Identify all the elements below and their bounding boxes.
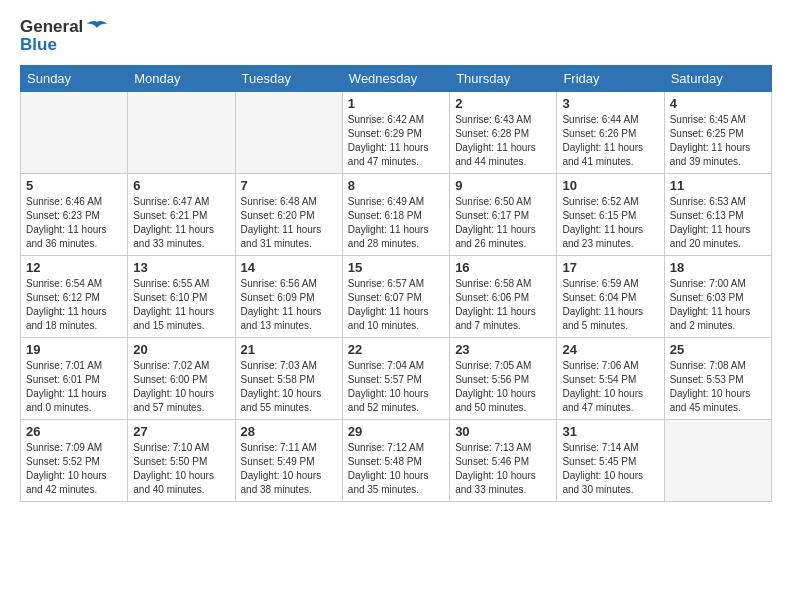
day-number: 20 <box>133 342 229 357</box>
day-number: 14 <box>241 260 337 275</box>
calendar-cell: 20Sunrise: 7:02 AM Sunset: 6:00 PM Dayli… <box>128 337 235 419</box>
day-number: 7 <box>241 178 337 193</box>
day-number: 27 <box>133 424 229 439</box>
calendar-cell: 10Sunrise: 6:52 AM Sunset: 6:15 PM Dayli… <box>557 173 664 255</box>
day-number: 1 <box>348 96 444 111</box>
calendar-cell: 2Sunrise: 6:43 AM Sunset: 6:28 PM Daylig… <box>450 91 557 173</box>
weekday-header-tuesday: Tuesday <box>235 65 342 91</box>
day-info: Sunrise: 7:03 AM Sunset: 5:58 PM Dayligh… <box>241 359 337 415</box>
day-info: Sunrise: 7:01 AM Sunset: 6:01 PM Dayligh… <box>26 359 122 415</box>
calendar-cell: 23Sunrise: 7:05 AM Sunset: 5:56 PM Dayli… <box>450 337 557 419</box>
day-info: Sunrise: 7:12 AM Sunset: 5:48 PM Dayligh… <box>348 441 444 497</box>
weekday-header-saturday: Saturday <box>664 65 771 91</box>
day-info: Sunrise: 6:42 AM Sunset: 6:29 PM Dayligh… <box>348 113 444 169</box>
weekday-header-friday: Friday <box>557 65 664 91</box>
day-number: 19 <box>26 342 122 357</box>
day-info: Sunrise: 6:47 AM Sunset: 6:21 PM Dayligh… <box>133 195 229 251</box>
day-info: Sunrise: 7:04 AM Sunset: 5:57 PM Dayligh… <box>348 359 444 415</box>
calendar-cell: 7Sunrise: 6:48 AM Sunset: 6:20 PM Daylig… <box>235 173 342 255</box>
calendar-cell: 31Sunrise: 7:14 AM Sunset: 5:45 PM Dayli… <box>557 419 664 501</box>
day-number: 12 <box>26 260 122 275</box>
day-number: 23 <box>455 342 551 357</box>
day-number: 8 <box>348 178 444 193</box>
day-number: 30 <box>455 424 551 439</box>
calendar-cell: 18Sunrise: 7:00 AM Sunset: 6:03 PM Dayli… <box>664 255 771 337</box>
day-number: 28 <box>241 424 337 439</box>
calendar-cell: 16Sunrise: 6:58 AM Sunset: 6:06 PM Dayli… <box>450 255 557 337</box>
day-info: Sunrise: 6:53 AM Sunset: 6:13 PM Dayligh… <box>670 195 766 251</box>
calendar-cell: 8Sunrise: 6:49 AM Sunset: 6:18 PM Daylig… <box>342 173 449 255</box>
calendar-cell: 26Sunrise: 7:09 AM Sunset: 5:52 PM Dayli… <box>21 419 128 501</box>
calendar-cell: 12Sunrise: 6:54 AM Sunset: 6:12 PM Dayli… <box>21 255 128 337</box>
day-number: 3 <box>562 96 658 111</box>
weekday-header-monday: Monday <box>128 65 235 91</box>
week-row-1: 1Sunrise: 6:42 AM Sunset: 6:29 PM Daylig… <box>21 91 772 173</box>
day-number: 26 <box>26 424 122 439</box>
logo: General Blue <box>20 18 107 55</box>
day-info: Sunrise: 7:08 AM Sunset: 5:53 PM Dayligh… <box>670 359 766 415</box>
day-info: Sunrise: 6:50 AM Sunset: 6:17 PM Dayligh… <box>455 195 551 251</box>
calendar-cell: 24Sunrise: 7:06 AM Sunset: 5:54 PM Dayli… <box>557 337 664 419</box>
day-info: Sunrise: 7:11 AM Sunset: 5:49 PM Dayligh… <box>241 441 337 497</box>
day-info: Sunrise: 7:02 AM Sunset: 6:00 PM Dayligh… <box>133 359 229 415</box>
day-number: 5 <box>26 178 122 193</box>
weekday-header-row: SundayMondayTuesdayWednesdayThursdayFrid… <box>21 65 772 91</box>
calendar-cell: 19Sunrise: 7:01 AM Sunset: 6:01 PM Dayli… <box>21 337 128 419</box>
day-info: Sunrise: 6:52 AM Sunset: 6:15 PM Dayligh… <box>562 195 658 251</box>
day-info: Sunrise: 7:14 AM Sunset: 5:45 PM Dayligh… <box>562 441 658 497</box>
calendar-cell: 11Sunrise: 6:53 AM Sunset: 6:13 PM Dayli… <box>664 173 771 255</box>
calendar-cell: 9Sunrise: 6:50 AM Sunset: 6:17 PM Daylig… <box>450 173 557 255</box>
day-number: 21 <box>241 342 337 357</box>
day-number: 17 <box>562 260 658 275</box>
calendar-cell <box>21 91 128 173</box>
week-row-5: 26Sunrise: 7:09 AM Sunset: 5:52 PM Dayli… <box>21 419 772 501</box>
calendar-cell: 14Sunrise: 6:56 AM Sunset: 6:09 PM Dayli… <box>235 255 342 337</box>
day-number: 25 <box>670 342 766 357</box>
calendar-cell: 28Sunrise: 7:11 AM Sunset: 5:49 PM Dayli… <box>235 419 342 501</box>
calendar-table: SundayMondayTuesdayWednesdayThursdayFrid… <box>20 65 772 502</box>
weekday-header-thursday: Thursday <box>450 65 557 91</box>
day-number: 13 <box>133 260 229 275</box>
day-info: Sunrise: 6:44 AM Sunset: 6:26 PM Dayligh… <box>562 113 658 169</box>
calendar-cell: 30Sunrise: 7:13 AM Sunset: 5:46 PM Dayli… <box>450 419 557 501</box>
calendar-cell: 25Sunrise: 7:08 AM Sunset: 5:53 PM Dayli… <box>664 337 771 419</box>
calendar-cell: 27Sunrise: 7:10 AM Sunset: 5:50 PM Dayli… <box>128 419 235 501</box>
day-number: 24 <box>562 342 658 357</box>
day-info: Sunrise: 6:55 AM Sunset: 6:10 PM Dayligh… <box>133 277 229 333</box>
day-info: Sunrise: 6:59 AM Sunset: 6:04 PM Dayligh… <box>562 277 658 333</box>
weekday-header-wednesday: Wednesday <box>342 65 449 91</box>
day-number: 6 <box>133 178 229 193</box>
day-number: 22 <box>348 342 444 357</box>
day-info: Sunrise: 6:57 AM Sunset: 6:07 PM Dayligh… <box>348 277 444 333</box>
day-number: 16 <box>455 260 551 275</box>
day-number: 4 <box>670 96 766 111</box>
day-info: Sunrise: 7:13 AM Sunset: 5:46 PM Dayligh… <box>455 441 551 497</box>
calendar-cell: 15Sunrise: 6:57 AM Sunset: 6:07 PM Dayli… <box>342 255 449 337</box>
day-info: Sunrise: 6:43 AM Sunset: 6:28 PM Dayligh… <box>455 113 551 169</box>
calendar-cell: 29Sunrise: 7:12 AM Sunset: 5:48 PM Dayli… <box>342 419 449 501</box>
day-info: Sunrise: 7:06 AM Sunset: 5:54 PM Dayligh… <box>562 359 658 415</box>
day-info: Sunrise: 6:58 AM Sunset: 6:06 PM Dayligh… <box>455 277 551 333</box>
day-number: 29 <box>348 424 444 439</box>
day-number: 31 <box>562 424 658 439</box>
day-info: Sunrise: 7:05 AM Sunset: 5:56 PM Dayligh… <box>455 359 551 415</box>
header: General Blue <box>20 18 772 55</box>
calendar-cell: 4Sunrise: 6:45 AM Sunset: 6:25 PM Daylig… <box>664 91 771 173</box>
calendar-page: General Blue SundayMondayTuesdayWednesda… <box>0 0 792 612</box>
calendar-cell: 13Sunrise: 6:55 AM Sunset: 6:10 PM Dayli… <box>128 255 235 337</box>
day-info: Sunrise: 6:56 AM Sunset: 6:09 PM Dayligh… <box>241 277 337 333</box>
calendar-cell: 1Sunrise: 6:42 AM Sunset: 6:29 PM Daylig… <box>342 91 449 173</box>
day-number: 9 <box>455 178 551 193</box>
calendar-cell: 5Sunrise: 6:46 AM Sunset: 6:23 PM Daylig… <box>21 173 128 255</box>
week-row-3: 12Sunrise: 6:54 AM Sunset: 6:12 PM Dayli… <box>21 255 772 337</box>
week-row-4: 19Sunrise: 7:01 AM Sunset: 6:01 PM Dayli… <box>21 337 772 419</box>
day-number: 15 <box>348 260 444 275</box>
calendar-cell <box>235 91 342 173</box>
calendar-cell: 3Sunrise: 6:44 AM Sunset: 6:26 PM Daylig… <box>557 91 664 173</box>
day-number: 11 <box>670 178 766 193</box>
day-info: Sunrise: 6:49 AM Sunset: 6:18 PM Dayligh… <box>348 195 444 251</box>
logo-bird-icon <box>85 20 107 36</box>
day-info: Sunrise: 7:00 AM Sunset: 6:03 PM Dayligh… <box>670 277 766 333</box>
calendar-cell <box>664 419 771 501</box>
day-number: 2 <box>455 96 551 111</box>
